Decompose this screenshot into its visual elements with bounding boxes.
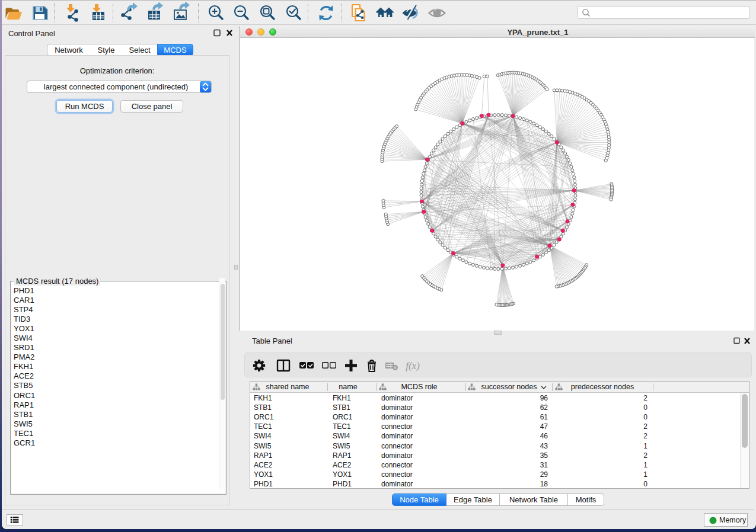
svg-text:f(x): f(x) (406, 360, 420, 371)
